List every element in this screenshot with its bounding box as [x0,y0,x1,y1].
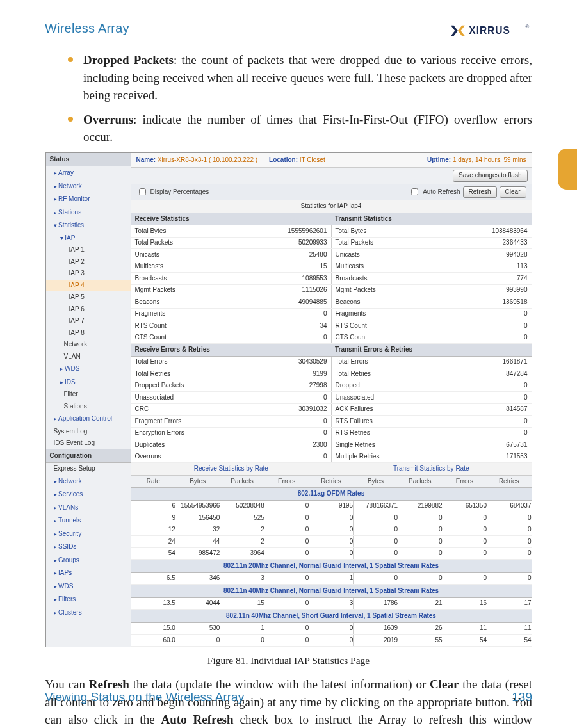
screenshot-iap-stats: Status ArrayNetworkRF MonitorStations St… [45,152,532,647]
sidebar-item-filters[interactable]: Filters [46,593,131,606]
table-row: 12322000000 [131,524,532,536]
table-row: Mgmt Packets1115026Mgmt Packets993990 [131,284,532,296]
sidebar-item-groups[interactable]: Groups [46,554,131,567]
sidebar-item-ssids[interactable]: SSIDs [46,540,131,554]
doc-header: Wireless Array [45,19,129,38]
svg-text:®: ® [525,24,529,29]
table-row: 549854723964000000 [131,547,532,560]
sidebar-item-stations[interactable]: Stations [46,206,131,220]
sidebar-item-clusters[interactable]: Clusters [46,606,131,620]
table-row: Fragments0Fragments0 [131,308,532,320]
errors-table: Total Errors30430529Total Errors1661871T… [131,357,532,464]
table-row: Overruns0Multiple Retries171553 [131,451,532,463]
auto-refresh-checkbox[interactable]: Auto Refresh [409,186,460,197]
sidebar-item-iap-8[interactable]: IAP 8 [46,327,131,339]
rate-band-header: 802.11n 40Mhz Channel, Short Guard Inter… [131,610,532,623]
sidebar-item-iap-3[interactable]: IAP 3 [46,268,131,280]
display-percentages-checkbox[interactable]: Display Percentages [136,186,209,198]
rate-band-header: 802.11ag OFDM Rates [131,487,532,501]
sidebar-item-ids-log[interactable]: IDS Event Log [46,437,131,449]
sidebar-item-network[interactable]: Network [46,475,131,489]
bullet-overruns: Overruns: indicate the number of times t… [83,111,532,146]
sidebar-group-iap[interactable]: IAP [46,232,131,245]
sidebar-item-system-log[interactable]: System Log [46,426,131,438]
bullet-dropped-packets: Dropped Packets: the count of packets th… [83,51,532,104]
table-row: Total Retries9199Total Retries847284 [131,368,532,380]
info-bar: Name: Xirrus-XR8-3x3-1 ( 10.100.23.222 )… [131,153,532,168]
rate-table: 15.0530100163926111160.000002019555454 [131,623,532,647]
sidebar-item-filter[interactable]: Filter [46,389,131,401]
sidebar-item-network[interactable]: Network [46,339,131,351]
sidebar-config-header: Configuration [46,449,131,464]
sidebar-item-iap-7[interactable]: IAP 7 [46,315,131,327]
sidebar-item-stations[interactable]: Stations [46,401,131,413]
sidebar-item-network[interactable]: Network [46,180,131,193]
table-row: Unassociated0Unassociated0 [131,392,532,404]
table-row: 15.05301001639261111 [131,623,532,635]
sidebar-item-iaps[interactable]: IAPs [46,567,131,580]
table-row: Total Bytes15555962601Total Bytes1038483… [131,225,532,237]
sidebar-section-statistics[interactable]: Statistics [46,219,131,232]
sidebar-item-wds[interactable]: WDS [46,580,131,594]
rx-err-header: Receive Errors & Retries [131,344,332,357]
sidebar-item-rf-monitor[interactable]: RF Monitor [46,193,131,206]
table-row: Multicasts15Multicasts113 [131,261,532,273]
sidebar-item-vlan[interactable]: VLAN [46,351,131,363]
svg-text:XIRRUS: XIRRUS [469,25,510,36]
table-row: Total Packets50209933Total Packets236443… [131,237,532,249]
tx-header: Transmit Statistics [331,213,532,226]
table-row: 60.000002019555454 [131,635,532,647]
table-row: Dropped Packets27998Dropped0 [131,380,532,392]
refresh-button[interactable]: Refresh [463,186,497,198]
sidebar-item-iap-1[interactable]: IAP 1 [46,244,131,256]
sidebar-status-header: Status [46,153,131,167]
bullet-icon [68,117,73,122]
bullet-icon [68,57,73,62]
sidebar-item-iap-4[interactable]: IAP 4 [46,280,131,292]
sidebar-item-services[interactable]: Services [46,488,131,501]
table-row: CTS Count0CTS Count0 [131,332,532,344]
rate-rx-header: Receive Statistics by Rate [131,463,332,476]
sidebar-item-ids[interactable]: IDS [46,376,131,389]
table-row: RTS Count34RTS Count0 [131,320,532,332]
sidebar-item-wds[interactable]: WDS [46,362,131,376]
rate-table: 13.5404415031786211617 [131,598,532,610]
rate-table: 6155549539665020804809195788166371219988… [131,501,532,560]
table-row: 24442000000 [131,536,532,548]
sidebar-item-iap-5[interactable]: IAP 5 [46,291,131,303]
save-button[interactable]: Save changes to flash [453,170,527,182]
sidebar-item-app-control[interactable]: Application Control [46,412,131,426]
sidebar-item-iap-2[interactable]: IAP 2 [46,256,131,268]
sidebar-item-express-setup[interactable]: Express Setup [46,463,131,475]
xirrus-logo: XIRRUS® [450,24,532,38]
stats-table: Total Bytes15555962601Total Bytes1038483… [131,225,532,344]
table-row: 13.5404415031786211617 [131,598,532,610]
figure-caption: Figure 81. Individual IAP Statistics Pag… [45,654,532,668]
table-row: Encryption Errors0RTS Retries0 [131,427,532,439]
rate-band-header: 802.11n 20Mhz Channel, Normal Guard Inte… [131,560,532,573]
sidebar-item-security[interactable]: Security [46,528,131,541]
table-row: Duplicates2300Single Retries675731 [131,439,532,451]
clear-button[interactable]: Clear [500,186,526,198]
table-row: Total Errors30430529Total Errors1661871 [131,357,532,368]
table-row: Unicasts25480Unicasts994028 [131,249,532,261]
rate-band-header: 802.11n 40Mhz Channel, Normal Guard Inte… [131,585,532,598]
table-row: 6155549539665020804809195788166371219988… [131,501,532,512]
sidebar-item-iap-6[interactable]: IAP 6 [46,303,131,316]
sidebar-item-tunnels[interactable]: Tunnels [46,514,131,528]
table-row: 9156450525000000 [131,512,532,524]
stats-caption: Statistics for IAP iap4 [131,200,532,213]
footer-section: Viewing Status on the Wireless Array [45,688,244,706]
table-row: Fragment Errors0RTS Failures0 [131,416,532,428]
rate-columns: RateBytesPacketsErrorsRetriesBytesPacket… [131,476,532,488]
sidebar: Status ArrayNetworkRF MonitorStations St… [46,153,131,647]
sidebar-item-array[interactable]: Array [46,166,131,180]
table-row: 6.53463010000 [131,573,532,585]
table-row: CRC30391032ACK Failures814587 [131,403,532,416]
page-number: 139 [512,688,532,706]
rate-table: 6.53463010000 [131,573,532,585]
rx-header: Receive Statistics [131,213,332,226]
table-row: Broadcasts1089553Broadcasts774 [131,273,532,285]
sidebar-item-vlans[interactable]: VLANs [46,501,131,515]
tx-err-header: Transmit Errors & Retries [331,344,532,357]
